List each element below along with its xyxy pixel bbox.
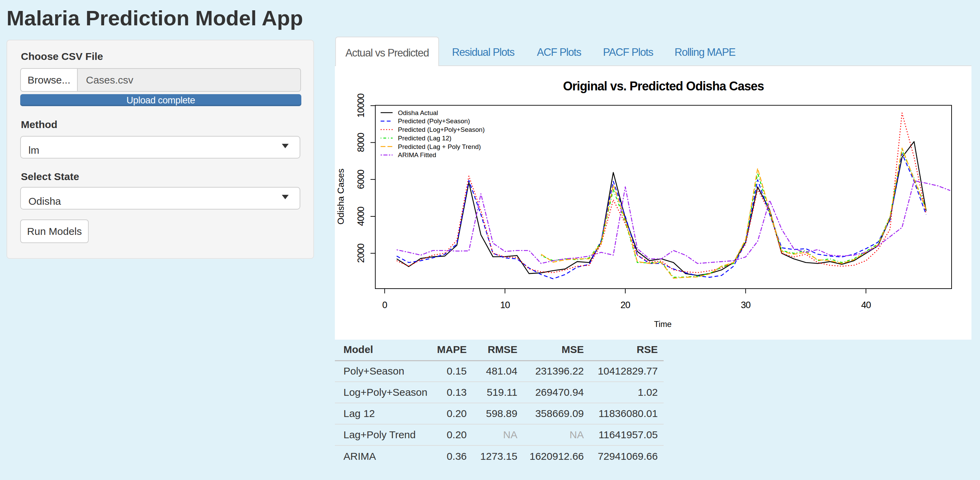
svg-text:4000: 4000 (356, 207, 366, 226)
svg-text:20: 20 (620, 300, 630, 310)
svg-text:Odisha Cases: Odisha Cases (336, 168, 346, 224)
svg-text:0: 0 (382, 300, 387, 310)
svg-text:ARIMA Fitted: ARIMA Fitted (398, 151, 436, 159)
svg-text:8000: 8000 (356, 133, 366, 152)
svg-text:2000: 2000 (356, 244, 366, 263)
svg-text:30: 30 (741, 300, 750, 310)
svg-text:Predicted (Poly+Season): Predicted (Poly+Season) (398, 118, 470, 125)
svg-text:Predicted (Lag + Poly Trend): Predicted (Lag + Poly Trend) (398, 143, 481, 150)
svg-text:Time: Time (654, 320, 671, 329)
svg-text:Predicted (Log+Poly+Season): Predicted (Log+Poly+Season) (398, 126, 485, 133)
svg-text:40: 40 (861, 300, 871, 310)
svg-text:6000: 6000 (356, 170, 366, 189)
svg-text:Predicted (Lag 12): Predicted (Lag 12) (398, 135, 451, 142)
svg-text:10: 10 (500, 300, 510, 310)
svg-text:10000: 10000 (356, 94, 366, 118)
svg-text:Original vs. Predicted Odisha: Original vs. Predicted Odisha Cases (563, 79, 764, 93)
svg-text:Odisha Actual: Odisha Actual (398, 109, 438, 116)
